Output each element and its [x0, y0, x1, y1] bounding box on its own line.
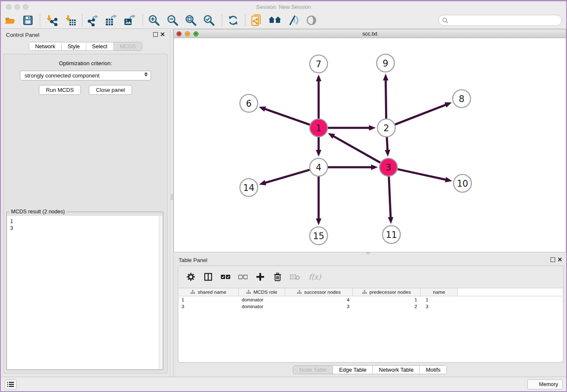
table-row[interactable]: 1 dominator 4 1 1 — [179, 296, 563, 303]
tab-style[interactable]: Style — [62, 42, 86, 50]
column-label: MCDS role — [253, 290, 277, 295]
cell-shared-name[interactable]: 3 — [179, 303, 239, 310]
column-tree-icon — [246, 290, 251, 294]
tab-node-table[interactable]: Node Table — [293, 366, 333, 374]
tab-select[interactable]: Select — [86, 42, 114, 50]
create-column-button[interactable] — [255, 272, 265, 282]
save-session-button[interactable] — [20, 13, 36, 28]
graph-edge-arrowhead — [316, 218, 322, 225]
graph-edge-arrowhead — [369, 125, 376, 131]
float-panel-icon[interactable] — [153, 32, 158, 37]
column-header-predecessor-nodes[interactable]: predecessor nodes — [353, 288, 421, 296]
column-tree-icon — [297, 290, 302, 294]
graph-edge-1-6[interactable] — [264, 109, 310, 125]
network-graph[interactable]: 7968124314101511 — [174, 39, 567, 252]
task-history-button[interactable] — [5, 379, 17, 389]
network-window-title: scc.txt — [174, 31, 566, 37]
duplicate-network-icon — [250, 14, 262, 27]
export-network-button[interactable] — [85, 13, 101, 28]
graph-node-label: 11 — [386, 230, 397, 240]
column-tree-icon — [190, 290, 195, 294]
function-builder-button[interactable]: f(x) — [307, 272, 322, 282]
cell-predecessor-nodes[interactable]: 2 — [353, 303, 421, 310]
result-scrollbar[interactable] — [159, 216, 162, 369]
zoom-selected-button[interactable] — [201, 13, 217, 28]
graph-edge-4-14[interactable] — [264, 170, 309, 183]
tab-mcds[interactable]: MCDS — [114, 42, 142, 50]
search-input[interactable] — [449, 17, 561, 24]
trash-icon — [274, 273, 281, 281]
criterion-selected-value: strongly connected component — [25, 72, 99, 79]
cell-mcds-role[interactable]: dominator — [239, 296, 285, 303]
graph-edge-3-11[interactable] — [389, 177, 391, 218]
close-panel-button[interactable]: Close panel — [89, 85, 132, 95]
close-panel-icon[interactable]: ✕ — [557, 256, 562, 263]
home-button[interactable] — [267, 13, 283, 28]
run-mcds-button[interactable]: Run MCDS — [39, 85, 81, 95]
mcds-result-title: MCDS result (2 nodes) — [9, 209, 66, 215]
import-network-button[interactable] — [44, 13, 59, 28]
delete-table-button[interactable] — [290, 272, 300, 282]
eye-icon — [306, 15, 317, 26]
column-header-mcds-role[interactable]: MCDS role — [239, 288, 285, 296]
table-row[interactable]: 3 dominator 3 2 3 — [179, 303, 563, 310]
mcds-result-textarea[interactable]: 1 3 — [7, 216, 162, 369]
graph-edge-3-1[interactable] — [333, 136, 380, 163]
close-panel-icon[interactable]: ✕ — [160, 31, 165, 38]
export-image-button[interactable] — [122, 13, 138, 28]
memory-button[interactable]: Memory — [527, 379, 563, 389]
graph-edge-arrowhead — [388, 217, 394, 224]
cell-shared-name[interactable]: 1 — [179, 296, 239, 303]
show-hide-eye-button[interactable] — [304, 13, 319, 28]
cell-name[interactable]: 3 — [421, 303, 458, 310]
zoom-fit-button[interactable] — [183, 13, 198, 28]
select-chevrons-icon — [144, 72, 148, 77]
duplicate-network-button[interactable] — [249, 13, 264, 28]
cell-successor-nodes[interactable]: 4 — [285, 296, 353, 303]
graph-edge-2-8[interactable] — [395, 105, 446, 124]
column-header-successor-nodes[interactable]: successor nodes — [285, 288, 353, 296]
float-panel-icon[interactable] — [550, 257, 555, 262]
splitter-grip[interactable] — [171, 194, 173, 200]
hide-panels-button[interactable] — [285, 13, 300, 28]
toolbar-separator — [143, 14, 143, 26]
zoom-in-button[interactable] — [146, 13, 162, 28]
tab-edge-table[interactable]: Edge Table — [333, 366, 373, 374]
toggle-column-panel-button[interactable] — [203, 272, 213, 282]
search-icon — [442, 17, 449, 24]
table-panel: Table Panel ✕ — [173, 254, 566, 377]
zoom-out-button[interactable] — [165, 13, 180, 28]
tab-motifs[interactable]: Motifs — [420, 366, 446, 374]
graph-edge-3-10[interactable] — [397, 169, 446, 180]
open-session-button[interactable] — [3, 13, 18, 28]
graph-edge-2-3[interactable] — [387, 137, 388, 151]
cell-successor-nodes[interactable]: 3 — [285, 303, 353, 310]
vertical-splitter[interactable] — [170, 29, 173, 377]
tab-network[interactable]: Network — [29, 42, 62, 50]
gear-icon — [187, 273, 195, 281]
cell-mcds-role[interactable]: dominator — [239, 303, 285, 310]
column-header-shared-name[interactable]: shared name — [179, 288, 239, 296]
graph-edge-arrowhead — [444, 102, 451, 108]
graph-edge-2-9[interactable] — [386, 80, 386, 119]
tab-network-table[interactable]: Network Table — [373, 366, 420, 374]
table-settings-button[interactable] — [186, 272, 196, 282]
search-field[interactable] — [438, 15, 562, 26]
column-header-name[interactable]: name — [421, 288, 458, 296]
cell-predecessor-nodes[interactable]: 1 — [353, 296, 421, 303]
main-area: Control Panel ✕ Network Style Select MCD… — [1, 29, 566, 377]
import-table-button[interactable] — [63, 13, 78, 28]
select-all-columns-button[interactable] — [220, 272, 231, 282]
network-canvas[interactable]: 7968124314101511 — [174, 39, 566, 252]
delete-column-button[interactable] — [272, 272, 283, 282]
export-table-button[interactable] — [104, 13, 119, 28]
toolbar-separator — [245, 14, 245, 26]
table-browser: f(x) shared name — [178, 265, 564, 363]
refresh-button[interactable] — [226, 13, 241, 28]
import-table-icon — [65, 14, 77, 26]
plus-icon — [256, 273, 264, 281]
deselect-all-columns-button[interactable] — [238, 272, 248, 282]
cell-name[interactable]: 1 — [421, 296, 458, 303]
criterion-select[interactable]: strongly connected component — [20, 71, 151, 80]
optimization-criterion-label: Optimization criterion: — [4, 60, 167, 66]
